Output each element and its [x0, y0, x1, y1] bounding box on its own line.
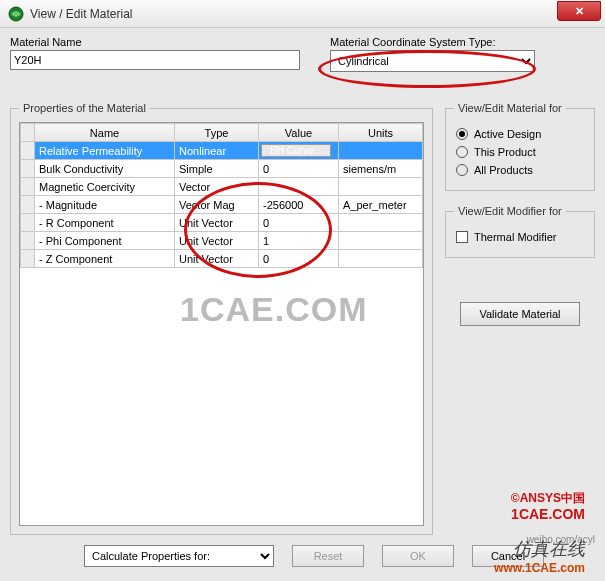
- cell-name[interactable]: Bulk Conductivity: [35, 160, 175, 178]
- modifier-fieldset: View/Edit Modifier for Thermal Modifier: [445, 205, 595, 258]
- cell-type[interactable]: Vector Mag: [175, 196, 259, 214]
- cell-name[interactable]: - Z Component: [35, 250, 175, 268]
- header-rowhead: [21, 124, 35, 142]
- cell-units[interactable]: [339, 214, 423, 232]
- cell-type[interactable]: Simple: [175, 160, 259, 178]
- header-units[interactable]: Units: [339, 124, 423, 142]
- cell-type[interactable]: Unit Vector: [175, 250, 259, 268]
- row-handle[interactable]: [21, 178, 35, 196]
- properties-table: Name Type Value Units Relative Permeabil…: [20, 123, 423, 268]
- cell-value[interactable]: [259, 178, 339, 196]
- row-handle[interactable]: [21, 232, 35, 250]
- cell-units[interactable]: [339, 232, 423, 250]
- radio-dot[interactable]: [456, 128, 468, 140]
- close-button[interactable]: ✕: [557, 1, 601, 21]
- material-name-label: Material Name: [10, 36, 310, 48]
- thermal-modifier-row[interactable]: Thermal Modifier: [456, 231, 584, 243]
- cell-value[interactable]: -256000: [259, 196, 339, 214]
- cell-name[interactable]: Magnetic Coercivity: [35, 178, 175, 196]
- cell-name[interactable]: Relative Permeability: [35, 142, 175, 160]
- ok-button[interactable]: OK: [382, 545, 454, 567]
- watermark-1cae2: 1CAE.COM: [511, 506, 585, 522]
- table-row[interactable]: - Phi ComponentUnit Vector1: [21, 232, 423, 250]
- bh-curve-button[interactable]: BH Curve...: [261, 144, 331, 157]
- cell-value[interactable]: 0: [259, 250, 339, 268]
- cell-type[interactable]: Unit Vector: [175, 214, 259, 232]
- radio-active-design[interactable]: Active Design: [456, 128, 584, 140]
- table-row[interactable]: - R ComponentUnit Vector0: [21, 214, 423, 232]
- table-row[interactable]: Magnetic CoercivityVector: [21, 178, 423, 196]
- window-title: View / Edit Material: [30, 7, 133, 21]
- header-type[interactable]: Type: [175, 124, 259, 142]
- validate-material-button[interactable]: Validate Material: [460, 302, 580, 326]
- table-row[interactable]: - MagnitudeVector Mag-256000A_per_meter: [21, 196, 423, 214]
- radio-all-products[interactable]: All Products: [456, 164, 584, 176]
- watermark-url: www.1CAE.com: [494, 561, 585, 575]
- row-handle[interactable]: [21, 142, 35, 160]
- row-handle[interactable]: [21, 196, 35, 214]
- row-handle[interactable]: [21, 160, 35, 178]
- titlebar: View / Edit Material ✕: [0, 0, 605, 28]
- cell-value[interactable]: BH Curve...: [259, 142, 339, 160]
- reset-button[interactable]: Reset: [292, 545, 364, 567]
- row-handle[interactable]: [21, 214, 35, 232]
- properties-table-wrap[interactable]: Name Type Value Units Relative Permeabil…: [19, 122, 424, 526]
- view-edit-for-legend: View/Edit Material for: [454, 102, 566, 114]
- thermal-checkbox[interactable]: [456, 231, 468, 243]
- radio-this-product[interactable]: This Product: [456, 146, 584, 158]
- cell-type[interactable]: Unit Vector: [175, 232, 259, 250]
- cell-units[interactable]: [339, 142, 423, 160]
- modifier-legend: View/Edit Modifier for: [454, 205, 566, 217]
- coord-type-label: Material Coordinate System Type:: [330, 36, 595, 48]
- header-value[interactable]: Value: [259, 124, 339, 142]
- coord-type-select[interactable]: Cylindrical: [330, 50, 535, 72]
- table-row[interactable]: - Z ComponentUnit Vector0: [21, 250, 423, 268]
- cell-name[interactable]: - Phi Component: [35, 232, 175, 250]
- cell-units[interactable]: A_per_meter: [339, 196, 423, 214]
- header-name[interactable]: Name: [35, 124, 175, 142]
- radio-dot[interactable]: [456, 146, 468, 158]
- calculate-properties-select[interactable]: Calculate Properties for:: [84, 545, 274, 567]
- properties-legend: Properties of the Material: [19, 102, 150, 114]
- thermal-label: Thermal Modifier: [474, 231, 557, 243]
- radio-label: All Products: [474, 164, 533, 176]
- material-name-input[interactable]: [10, 50, 300, 70]
- close-icon: ✕: [575, 5, 584, 18]
- row-handle[interactable]: [21, 250, 35, 268]
- cell-units[interactable]: siemens/m: [339, 160, 423, 178]
- cell-type[interactable]: Vector: [175, 178, 259, 196]
- radio-dot[interactable]: [456, 164, 468, 176]
- cell-type[interactable]: Nonlinear: [175, 142, 259, 160]
- cell-name[interactable]: - R Component: [35, 214, 175, 232]
- watermark-chinese: 仿真在线: [513, 537, 585, 561]
- cell-units[interactable]: [339, 178, 423, 196]
- properties-fieldset: Properties of the Material Name Type Val…: [10, 102, 433, 535]
- cell-units[interactable]: [339, 250, 423, 268]
- view-edit-for-fieldset: View/Edit Material for Active DesignThis…: [445, 102, 595, 191]
- cell-value[interactable]: 1: [259, 232, 339, 250]
- radio-label: Active Design: [474, 128, 541, 140]
- watermark-ansys: ©ANSYS中国: [511, 490, 585, 507]
- cell-name[interactable]: - Magnitude: [35, 196, 175, 214]
- radio-label: This Product: [474, 146, 536, 158]
- table-row[interactable]: Relative PermeabilityNonlinearBH Curve..…: [21, 142, 423, 160]
- app-icon: [8, 6, 24, 22]
- cell-value[interactable]: 0: [259, 214, 339, 232]
- cell-value[interactable]: 0: [259, 160, 339, 178]
- table-row[interactable]: Bulk ConductivitySimple0siemens/m: [21, 160, 423, 178]
